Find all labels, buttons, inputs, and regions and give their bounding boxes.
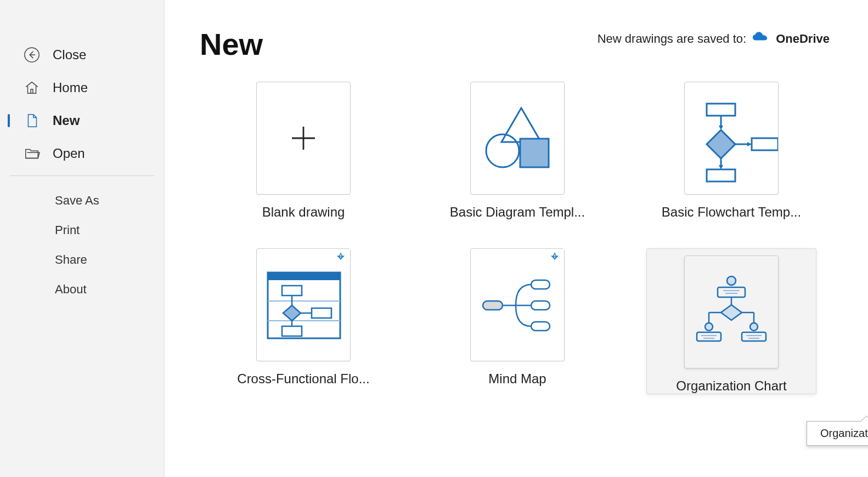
sidebar-item-share[interactable]: Share xyxy=(0,245,164,275)
template-grid: Blank drawing Basic Diagram Templ... xyxy=(200,82,830,394)
sidebar-item-about[interactable]: About xyxy=(0,275,164,304)
cloud-icon xyxy=(752,31,768,47)
svg-point-46 xyxy=(705,323,713,331)
sidebar-item-print[interactable]: Print xyxy=(0,215,164,245)
flowchart-icon xyxy=(685,92,778,185)
template-label: Blank drawing xyxy=(262,205,345,220)
template-card-basic-flowchart[interactable]: Basic Flowchart Temp... xyxy=(646,82,816,220)
svg-marker-18 xyxy=(338,256,344,259)
premium-badge-icon xyxy=(327,249,350,272)
template-label: Organization Chart xyxy=(676,378,786,394)
folder-icon xyxy=(23,145,41,162)
template-thumb xyxy=(256,248,351,361)
svg-rect-20 xyxy=(268,272,340,280)
save-target[interactable]: New drawings are saved to: OneDrive xyxy=(598,31,830,47)
svg-rect-47 xyxy=(697,332,721,341)
svg-rect-16 xyxy=(707,169,735,181)
sidebar-item-label: Close xyxy=(53,47,86,63)
sidebar-item-label: New xyxy=(53,113,80,128)
tooltip-text: Organization Chart xyxy=(820,427,868,439)
svg-marker-5 xyxy=(501,108,541,142)
home-icon xyxy=(23,79,41,96)
shapes-icon xyxy=(471,92,564,185)
file-icon xyxy=(23,112,41,129)
svg-marker-41 xyxy=(721,305,742,320)
svg-rect-37 xyxy=(718,287,745,297)
tooltip: Organization Chart xyxy=(807,421,868,446)
sidebar-item-label: Share xyxy=(55,253,87,267)
save-target-name: OneDrive xyxy=(776,32,830,46)
page-title: New xyxy=(200,26,263,62)
sidebar-divider xyxy=(10,175,154,176)
svg-marker-25 xyxy=(283,305,301,321)
template-thumb xyxy=(470,82,565,195)
main-content: New New drawings are saved to: OneDrive xyxy=(165,0,868,477)
template-label: Mind Map xyxy=(488,371,546,387)
template-label: Basic Diagram Templ... xyxy=(450,205,585,220)
orgchart-icon xyxy=(685,265,778,359)
template-card-blank[interactable]: Blank drawing xyxy=(218,82,388,220)
svg-rect-13 xyxy=(752,138,778,150)
sidebar-item-label: Open xyxy=(53,146,85,161)
mindmap-icon xyxy=(471,258,564,351)
sidebar-item-label: Home xyxy=(53,80,88,95)
sidebar-primary-group: Close Home xyxy=(0,38,164,170)
template-card-basic-diagram[interactable]: Basic Diagram Templ... xyxy=(432,82,602,220)
svg-rect-19 xyxy=(268,272,340,338)
svg-rect-34 xyxy=(531,301,550,310)
back-arrow-icon xyxy=(23,46,41,64)
swimlane-icon xyxy=(257,258,350,351)
template-label: Cross-Functional Flo... xyxy=(237,371,369,387)
svg-rect-29 xyxy=(282,326,302,336)
template-label: Basic Flowchart Temp... xyxy=(662,205,801,220)
svg-rect-6 xyxy=(520,139,549,167)
plus-icon xyxy=(265,100,342,177)
svg-rect-32 xyxy=(483,301,503,310)
sidebar-item-open[interactable]: Open xyxy=(0,137,164,170)
svg-rect-35 xyxy=(531,322,550,331)
svg-marker-31 xyxy=(552,256,558,259)
svg-rect-33 xyxy=(531,280,550,289)
sidebar-secondary-group: Save As Print Share About xyxy=(0,186,164,304)
svg-point-50 xyxy=(750,323,758,331)
svg-rect-51 xyxy=(742,332,766,341)
template-thumb xyxy=(684,255,779,368)
sidebar-item-label: About xyxy=(55,282,87,297)
sidebar-item-saveas[interactable]: Save As xyxy=(0,186,164,215)
svg-rect-23 xyxy=(282,286,302,296)
sidebar-item-close[interactable]: Close xyxy=(0,38,164,71)
template-thumb xyxy=(684,82,779,195)
save-target-prefix: New drawings are saved to: xyxy=(598,32,746,46)
template-card-cross-functional[interactable]: Cross-Functional Flo... xyxy=(218,248,388,394)
backstage-sidebar: Close Home xyxy=(0,0,165,477)
svg-marker-10 xyxy=(707,130,735,158)
svg-rect-27 xyxy=(312,308,331,318)
sidebar-item-label: Save As xyxy=(55,194,99,208)
template-thumb xyxy=(256,82,351,195)
premium-badge-icon xyxy=(541,249,564,272)
sidebar-item-home[interactable]: Home xyxy=(0,71,164,104)
sidebar-item-new[interactable]: New xyxy=(0,104,164,137)
template-card-organization-chart[interactable]: Organization Chart xyxy=(646,248,816,394)
svg-rect-7 xyxy=(707,104,735,116)
template-card-mind-map[interactable]: Mind Map xyxy=(432,248,602,394)
svg-point-36 xyxy=(727,276,736,285)
sidebar-item-label: Print xyxy=(55,223,80,237)
template-thumb xyxy=(470,248,565,361)
main-header: New New drawings are saved to: OneDrive xyxy=(200,26,830,62)
